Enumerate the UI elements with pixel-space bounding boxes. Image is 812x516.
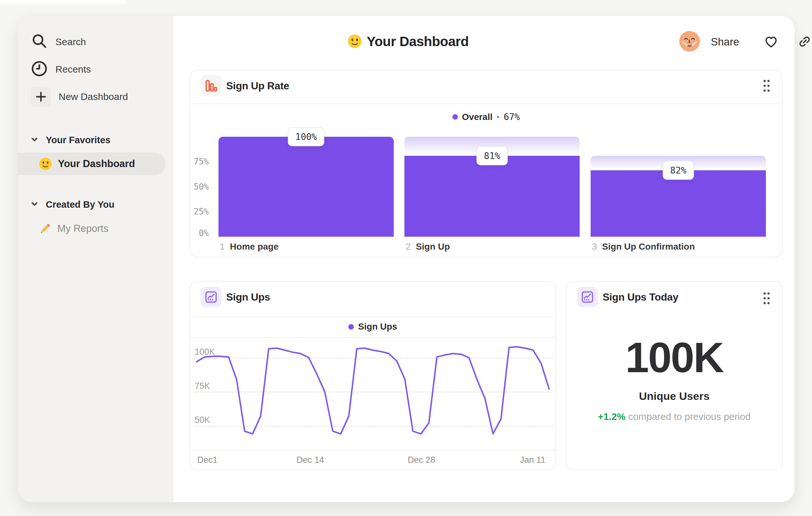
delta-row: +1.2% compared to previous period (567, 411, 782, 422)
sidebar-section-your-favorites[interactable]: Your Favorites (30, 132, 111, 148)
copy-link-icon[interactable] (797, 34, 812, 49)
sidebar-item-your-dashboard[interactable]: Your Dashboard (18, 153, 166, 175)
bar-solid (404, 156, 580, 237)
bar-solid (591, 170, 766, 237)
step-name: Home page (230, 242, 279, 252)
user-avatar[interactable] (679, 31, 700, 52)
bar-solid (219, 137, 394, 237)
sign-ups-line-series[interactable] (190, 281, 557, 471)
sidebar-item-new-dashboard[interactable]: New Dashboard (31, 86, 128, 107)
search-icon (31, 33, 48, 51)
legend-overall-value: 67% (504, 112, 520, 122)
x-axis-tick: Jan 11 (520, 455, 545, 465)
x-axis-label: 3 Sign Up Confirmation (592, 242, 695, 252)
bar-chart-icon (201, 76, 221, 96)
header-divider (190, 104, 782, 104)
unique-users-value: 100K (567, 333, 782, 382)
smiley-emoji-icon (347, 34, 362, 49)
step-number: 3 (592, 242, 597, 252)
plus-icon (31, 87, 51, 107)
drag-handle-icon[interactable] (760, 290, 773, 307)
conversion-chip: 82% (663, 161, 694, 180)
sidebar-item-label: Your Dashboard (58, 158, 135, 170)
line-chart-icon (577, 287, 598, 307)
legend-dot (453, 114, 458, 120)
card-title: Sign Ups Today (603, 281, 678, 313)
y-axis-tick: 25% (190, 207, 209, 216)
sign-ups-today-card: Sign Ups Today 100K Unique Users +1.2% c… (566, 281, 783, 470)
funnel-bar-home-page[interactable]: 100% (219, 137, 394, 237)
sidebar-item-my-reports[interactable]: My Reports (38, 218, 108, 240)
unique-users-label: Unique Users (567, 390, 782, 403)
sidebar-item-label: New Dashboard (59, 91, 128, 102)
conversion-chip: 81% (476, 146, 508, 165)
clock-icon (31, 60, 48, 78)
dashboard-header: Your Dashboard Share Add Report (173, 16, 794, 67)
sidebar-item-label: Search (55, 36, 86, 47)
x-axis-label: 2 Sign Up (406, 242, 450, 252)
step-name: Sign Up (416, 242, 450, 252)
delta-description: compared to previous period (628, 411, 751, 422)
sidebar-item-recents[interactable]: Recents (31, 59, 91, 80)
sidebar: Search Recents New Dashboard Your Favori… (18, 16, 173, 502)
drag-handle-icon[interactable] (760, 77, 773, 94)
legend-separator: • (497, 113, 499, 121)
sidebar-item-label: My Reports (57, 223, 108, 235)
sidebar-item-label: Recents (55, 64, 91, 75)
chevron-down-icon (30, 135, 39, 145)
share-button[interactable]: Share (711, 36, 739, 48)
legend-series-name: Overall (462, 112, 493, 122)
card-header: Sign Up Rate (190, 70, 782, 104)
x-axis-line (190, 450, 555, 451)
pencil-emoji-icon (38, 222, 52, 236)
step-name: Sign Up Confirmation (602, 242, 695, 252)
section-label: Your Favorites (46, 135, 111, 145)
sign-up-rate-card: Sign Up Rate Overall • 67% 75% 50% 25% 0… (190, 70, 783, 257)
smiley-emoji-icon (39, 157, 52, 171)
page-title: Your Dashboard (367, 34, 469, 49)
chevron-down-icon (30, 200, 39, 209)
step-number: 1 (220, 242, 225, 252)
x-axis-tick: Dec 14 (296, 455, 324, 465)
funnel-bar-sign-up[interactable]: 81% (404, 137, 580, 237)
app-window: Search Recents New Dashboard Your Favori… (18, 16, 795, 503)
y-axis-tick: 75% (190, 157, 209, 166)
funnel-bar-sign-up-confirmation[interactable]: 82% (591, 137, 766, 237)
step-number: 2 (406, 242, 411, 252)
card-header: Sign Ups Today (567, 281, 782, 315)
section-label: Created By You (46, 199, 114, 210)
sidebar-section-created-by-you[interactable]: Created By You (30, 196, 114, 213)
x-axis-tick: Dec1 (197, 455, 218, 465)
sign-ups-card: Sign Ups Sign Ups 100K 75K 50K Dec1 Dec … (190, 281, 556, 470)
funnel-legend[interactable]: Overall • 67% (190, 112, 782, 122)
card-title: Sign Up Rate (226, 70, 289, 101)
sidebar-item-search[interactable]: Search (31, 32, 86, 52)
delta-value: +1.2% (598, 411, 626, 422)
x-axis-label: 1 Home page (220, 242, 279, 252)
top-edge-strip (0, 0, 126, 4)
favorite-heart-icon[interactable] (763, 34, 779, 49)
y-axis-tick: 0% (190, 228, 209, 238)
conversion-chip: 100% (288, 127, 324, 146)
y-axis-tick: 50% (190, 182, 209, 192)
x-axis-tick: Dec 28 (408, 455, 435, 465)
